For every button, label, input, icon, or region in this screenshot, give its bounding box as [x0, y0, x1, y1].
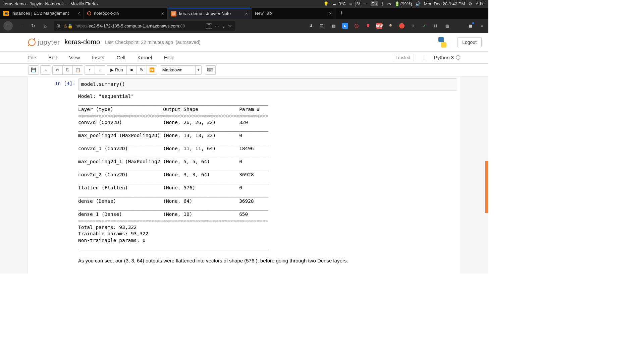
- code-cell[interactable]: In [4]: model.summary() Model: "sequenti…: [28, 76, 461, 252]
- home-button[interactable]: ⌂: [42, 22, 49, 29]
- notebook-scroll-area[interactable]: In [4]: model.summary() Model: "sequenti…: [0, 76, 488, 274]
- hamburger-icon[interactable]: ≡: [479, 23, 485, 29]
- add-cell-button[interactable]: ＋: [41, 66, 51, 74]
- browser-tabstrip: ▣ Instances | EC2 Management × notebook-…: [0, 8, 488, 19]
- menu-help[interactable]: Help: [164, 55, 174, 60]
- close-icon[interactable]: ×: [161, 11, 164, 16]
- datetime: Mon Dec 28 9:42 PM: [424, 1, 465, 6]
- ext-icon-4[interactable]: ▥: [444, 23, 450, 29]
- tab-label: notebook-dir/: [94, 11, 159, 16]
- tab-label: New Tab: [255, 11, 326, 16]
- bluetooth-icon: ᚼ: [381, 1, 384, 6]
- copy-button[interactable]: ⎘: [63, 66, 73, 74]
- tab-new[interactable]: New Tab ×: [252, 8, 335, 19]
- scrollbar-thumb[interactable]: [485, 161, 488, 213]
- notebook-icon: ▥: [171, 11, 176, 16]
- dropbox-icon: ⧈: [350, 1, 352, 7]
- cell-type-select[interactable]: Markdown: [160, 65, 202, 75]
- language-indicator: En: [371, 1, 378, 6]
- url-bar[interactable]: ⛨ ⚠🔒 https://ec2-54-172-185-5.compute-1.…: [54, 21, 235, 31]
- downloads-icon[interactable]: ⬇: [308, 23, 314, 29]
- ext-icon-3[interactable]: ⦀⦀: [433, 23, 439, 29]
- run-button[interactable]: ▶ Run: [107, 66, 127, 74]
- paste-button[interactable]: 📋: [73, 66, 83, 74]
- os-top-bar: keras-demo - Jupyter Notebook — Mozilla …: [0, 0, 488, 8]
- menu-cell[interactable]: Cell: [117, 55, 125, 60]
- bulb-icon: 💡: [323, 1, 329, 6]
- reload-button[interactable]: ↻: [30, 22, 37, 29]
- cut-button[interactable]: ✂: [53, 66, 63, 74]
- pocket-icon[interactable]: ⌄: [222, 23, 225, 28]
- move-up-button[interactable]: ↑: [85, 66, 95, 74]
- jupyter-dir-icon: [87, 11, 91, 15]
- jupyter-menubar: File Edit View Insert Cell Kernel Help T…: [0, 52, 488, 64]
- reader-icon[interactable]: ☰: [206, 23, 212, 28]
- markdown-cell[interactable]: As you can see, our (3, 3, 64) outputs w…: [28, 252, 461, 267]
- tab-label: keras-demo - Jupyter Note: [179, 11, 243, 16]
- page-actions-icon[interactable]: ⋯: [215, 23, 219, 28]
- ublock-icon[interactable]: ⛊: [365, 23, 371, 29]
- volume-icon: 🔊: [415, 1, 421, 6]
- kernel-indicator[interactable]: Python 3: [434, 55, 460, 60]
- forward-button[interactable]: →: [17, 22, 25, 29]
- os-indicators: 💡 ☁ -3°C ⧈ 28 ⌔ En ᚼ ✉ 🔋 (99%) 🔊 Mon Dec…: [323, 1, 486, 7]
- logout-button[interactable]: Logout: [457, 37, 482, 47]
- ext-icon-2[interactable]: ✓: [421, 23, 427, 29]
- close-icon[interactable]: ×: [77, 11, 80, 16]
- notebook-container: In [4]: model.summary() Model: "sequenti…: [28, 76, 461, 274]
- battery-indicator: 🔋 (99%): [394, 1, 412, 6]
- tab-notebook-dir[interactable]: notebook-dir/ ×: [84, 8, 168, 19]
- trusted-indicator[interactable]: Trusted: [392, 54, 414, 61]
- code-input[interactable]: model.summary(): [78, 78, 457, 90]
- menu-view[interactable]: View: [69, 55, 80, 60]
- account-icon[interactable]: ☺: [410, 23, 416, 29]
- lock-warning-icon[interactable]: ⚠🔒: [63, 23, 73, 28]
- tab-label: Instances | EC2 Management: [11, 11, 75, 16]
- stdout-output: Model: "sequential" ____________________…: [78, 93, 457, 251]
- restart-button[interactable]: ↻: [137, 66, 147, 74]
- jupyter-logo[interactable]: jupyter: [28, 38, 60, 46]
- close-icon[interactable]: ×: [329, 11, 332, 16]
- calendar-indicator: 28: [356, 2, 361, 6]
- bookmark-star-icon[interactable]: ☆: [228, 23, 232, 28]
- weather-indicator: ☁ -3°C: [332, 1, 346, 6]
- notebook-name[interactable]: keras-demo: [65, 38, 100, 46]
- library-icon[interactable]: ☰|: [319, 23, 325, 29]
- zoom-ext-icon[interactable]: ▸: [342, 23, 348, 29]
- python-logo-icon: [437, 37, 448, 48]
- interrupt-button[interactable]: ■: [127, 66, 137, 74]
- input-prompt: In [4]:: [28, 78, 78, 250]
- restart-run-all-button[interactable]: ⏩: [147, 66, 157, 74]
- settings-icon: ⚙: [468, 1, 472, 6]
- overflow-icon[interactable]: ▦: [468, 23, 474, 29]
- tab-ec2[interactable]: ▣ Instances | EC2 Management ×: [0, 8, 84, 19]
- mail-icon: ✉: [387, 1, 391, 6]
- menu-insert[interactable]: Insert: [92, 55, 105, 60]
- wifi-icon: ⌔: [365, 1, 367, 6]
- toolbar-extensions: ⬇ ☰| ▤ ▸ 🚫 ⛊ ABP 🍳 ☺ ✓ ⦀⦀ ▥ ▦ ≡: [308, 23, 485, 29]
- aws-icon: ▣: [3, 11, 9, 16]
- noscript-icon[interactable]: 🚫: [354, 23, 360, 29]
- menu-kernel[interactable]: Kernel: [138, 55, 152, 60]
- save-button[interactable]: 💾: [29, 66, 39, 74]
- tab-keras-demo[interactable]: ▥ keras-demo - Jupyter Note ×: [168, 8, 252, 19]
- menu-file[interactable]: File: [28, 55, 36, 60]
- ext-icon-1[interactable]: 🍳: [388, 23, 394, 29]
- sidebar-icon[interactable]: ▤: [331, 23, 337, 29]
- command-palette-button[interactable]: ⌨: [205, 66, 215, 74]
- shield-icon[interactable]: ⛨: [56, 23, 61, 28]
- checkpoint-status: Last Checkpoint: 22 minutes ago (autosav…: [105, 40, 201, 45]
- close-icon[interactable]: ×: [245, 11, 248, 16]
- menu-edit[interactable]: Edit: [48, 55, 57, 60]
- markdown-text: As you can see, our (3, 3, 64) outputs w…: [78, 258, 348, 263]
- browser-navbar: ← → ↻ ⌂ ⛨ ⚠🔒 https://ec2-54-172-185-5.co…: [0, 19, 488, 33]
- output-area: Model: "sequential" ____________________…: [78, 90, 457, 251]
- back-button[interactable]: ←: [3, 21, 13, 31]
- tomato-icon[interactable]: [399, 23, 405, 28]
- abp-icon[interactable]: ABP: [376, 23, 382, 29]
- new-tab-button[interactable]: +: [335, 8, 347, 19]
- jupyter-toolbar: 💾 ＋ ✂ ⎘ 📋 ↑ ↓ ▶ Run ■ ↻ ⏩ Markdown ⌨: [0, 64, 488, 76]
- window-title: keras-demo - Jupyter Notebook — Mozilla …: [3, 1, 99, 6]
- kernel-name: Python 3: [434, 55, 454, 60]
- move-down-button[interactable]: ↓: [95, 66, 105, 74]
